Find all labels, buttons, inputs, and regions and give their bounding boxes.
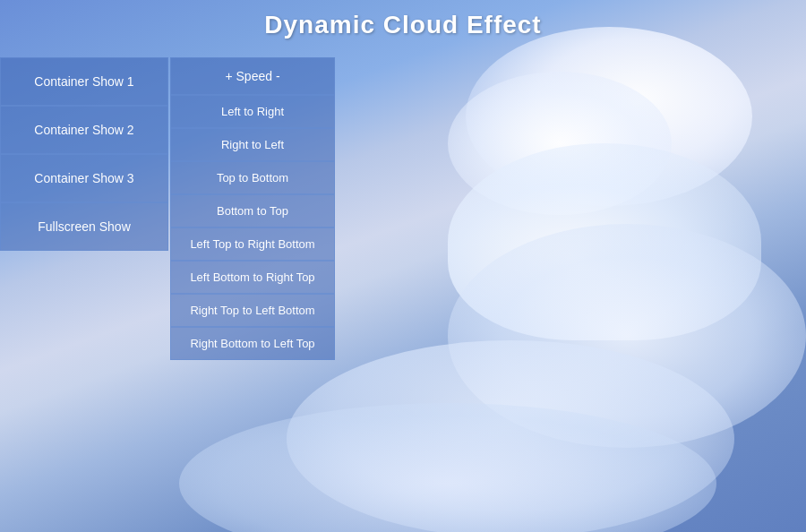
container-show-3-button[interactable]: Container Show 3	[0, 154, 168, 202]
right-bottom-to-left-top-button[interactable]: Right Bottom to Left Top	[170, 327, 335, 360]
left-panel: Container Show 1 Container Show 2 Contai…	[0, 57, 168, 251]
page-title: Dynamic Cloud Effect	[264, 11, 541, 39]
left-top-to-right-bottom-button[interactable]: Left Top to Right Bottom	[170, 227, 335, 261]
container-show-1-button[interactable]: Container Show 1	[0, 57, 168, 106]
speed-button[interactable]: + Speed -	[170, 57, 335, 95]
top-to-bottom-button[interactable]: Top to Bottom	[170, 161, 335, 194]
left-bottom-to-right-top-button[interactable]: Left Bottom to Right Top	[170, 261, 335, 294]
right-top-to-left-bottom-button[interactable]: Right Top to Left Bottom	[170, 294, 335, 327]
right-panel: + Speed - Left to Right Right to Left To…	[170, 57, 335, 360]
fullscreen-show-button[interactable]: Fullscreen Show	[0, 202, 168, 251]
bottom-to-top-button[interactable]: Bottom to Top	[170, 194, 335, 227]
title-bar: Dynamic Cloud Effect	[0, 0, 806, 49]
right-to-left-button[interactable]: Right to Left	[170, 128, 335, 161]
left-to-right-button[interactable]: Left to Right	[170, 95, 335, 128]
container-show-2-button[interactable]: Container Show 2	[0, 106, 168, 154]
